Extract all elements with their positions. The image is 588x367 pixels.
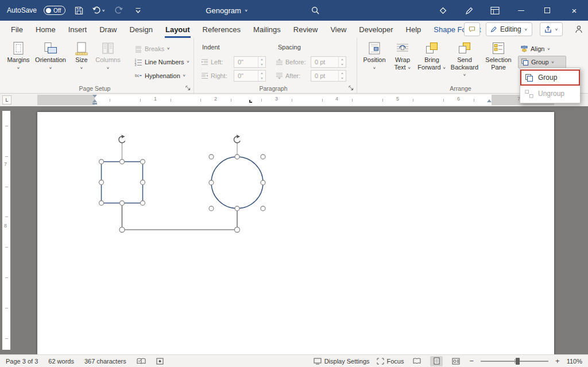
spacing-before-spinner[interactable]: ▲▼ (338, 57, 346, 67)
chevron-down-icon: ∨ (106, 65, 110, 71)
wrap-text-button[interactable]: Wrap Text ∨ (389, 40, 416, 72)
hyphenation-button[interactable]: bc Hyphenation ∨ (134, 69, 186, 82)
print-layout-button[interactable] (430, 356, 443, 366)
word-count[interactable]: 62 words (48, 358, 74, 365)
tab-view[interactable]: View (324, 21, 353, 38)
undo-icon[interactable]: ∨ (92, 3, 105, 18)
spacing-after-icon (276, 72, 283, 79)
web-layout-icon (452, 358, 460, 365)
vertical-ruler[interactable]: 7 8 (2, 111, 10, 350)
page-setup-dialog-launcher[interactable] (184, 84, 191, 91)
align-button[interactable]: Align ∨ (518, 43, 566, 55)
hanging-indent-marker[interactable] (92, 99, 97, 102)
indent-left-input[interactable]: 0" ▲▼ (234, 56, 266, 68)
paragraph-dialog-launcher[interactable] (347, 84, 354, 91)
align-icon (520, 45, 528, 53)
menu-item-group[interactable]: Group (520, 69, 580, 86)
spacing-after-spinner[interactable]: ▲▼ (338, 71, 346, 81)
web-layout-button[interactable] (450, 356, 462, 366)
document-page[interactable] (37, 112, 554, 354)
editing-mode-button[interactable]: Editing ∨ (486, 22, 532, 36)
tab-selector[interactable]: L (2, 95, 11, 105)
tab-help[interactable]: Help (400, 21, 428, 38)
document-area[interactable]: 7 8 (0, 106, 588, 354)
page-indicator[interactable]: Page 3 of 3 (6, 358, 38, 365)
size-button[interactable]: Size∨ (70, 40, 93, 72)
close-icon: × (572, 6, 577, 16)
tab-mailings[interactable]: Mailings (247, 21, 287, 38)
presence-icon[interactable] (574, 25, 583, 36)
focus-button[interactable]: Focus (377, 358, 404, 365)
zoom-level[interactable]: 110% (567, 358, 582, 365)
tab-draw[interactable]: Draw (93, 21, 123, 38)
spacing-after-input[interactable]: 0 pt ▲▼ (311, 70, 346, 82)
zoom-slider-thumb[interactable] (516, 358, 520, 365)
right-indent-marker[interactable] (487, 99, 492, 102)
horizontal-ruler[interactable]: L 1 2 3 4 5 6 7 (0, 94, 588, 106)
close-button[interactable]: × (560, 0, 588, 21)
comments-button[interactable] (464, 22, 480, 36)
spacing-before-input[interactable]: 0 pt ▲▼ (311, 56, 346, 68)
position-button[interactable]: Position∨ (361, 40, 388, 72)
autosave-state: Off (53, 7, 61, 14)
minimize-button[interactable] (508, 0, 534, 21)
hyphenation-icon: bc (134, 72, 142, 80)
read-mode-button[interactable] (411, 356, 423, 366)
share-button[interactable]: ∨ (540, 22, 563, 36)
diamond-icon[interactable] (436, 3, 449, 18)
chevron-down-icon: ∨ (80, 65, 83, 71)
chevron-down-icon: ∨ (183, 74, 186, 77)
orientation-button[interactable]: Orientation∨ (33, 40, 68, 72)
tab-layout[interactable]: Layout (159, 21, 196, 38)
maximize-button[interactable] (534, 0, 560, 21)
tab-review[interactable]: Review (287, 21, 324, 38)
indent-left-spinner[interactable]: ▲▼ (258, 57, 265, 67)
line-numbers-button[interactable]: 123 Line Numbers ∨ (134, 56, 189, 68)
document-title[interactable]: Genogram ∨ (189, 0, 264, 21)
columns-button: Columns∨ (94, 40, 122, 72)
pen-icon[interactable] (463, 3, 475, 18)
display-settings-button[interactable]: Display Settings (314, 358, 370, 365)
comment-icon (469, 25, 475, 33)
chevron-down-icon: ∨ (17, 65, 20, 71)
indent-right-input[interactable]: 0" ▲▼ (234, 70, 266, 82)
customize-quick-access-icon[interactable] (131, 3, 144, 18)
send-backward-button[interactable]: Send Backward ∨ (448, 40, 481, 79)
group-button[interactable]: Group ∨ (518, 56, 566, 68)
tab-stop-marker[interactable] (249, 100, 252, 103)
wrap-text-icon (395, 41, 410, 56)
macro-record-status[interactable] (156, 358, 164, 365)
group-label-paragraph: Paragraph (194, 85, 353, 92)
proofing-status[interactable] (137, 358, 146, 365)
ruler-number: 6 (457, 96, 460, 102)
left-indent-marker[interactable] (92, 103, 97, 105)
tab-home[interactable]: Home (29, 21, 62, 38)
tab-design[interactable]: Design (123, 21, 159, 38)
size-icon (74, 41, 89, 56)
zoom-slider[interactable] (481, 361, 548, 362)
search-icon[interactable] (309, 3, 322, 18)
margins-button[interactable]: Margins∨ (5, 40, 32, 72)
ribbon-display-options-icon[interactable] (489, 3, 501, 18)
bring-forward-button[interactable]: Bring Forward ∨ (417, 40, 447, 72)
tab-references[interactable]: References (196, 21, 247, 38)
selection-pane-button[interactable]: Selection Pane (482, 40, 514, 71)
zoom-out-button[interactable]: − (469, 358, 474, 364)
indent-right-spinner[interactable]: ▲▼ (258, 71, 265, 81)
autosave-toggle[interactable]: Off (44, 6, 65, 15)
zoom-in-button[interactable]: + (555, 358, 560, 364)
status-bar: Page 3 of 3 62 words 367 characters Disp… (0, 354, 588, 367)
save-icon[interactable] (72, 3, 85, 18)
first-line-indent-marker[interactable] (92, 95, 97, 98)
document-title-text: Genogram (206, 6, 241, 15)
margins-icon (11, 41, 26, 56)
tab-insert[interactable]: Insert (62, 21, 94, 38)
read-mode-icon (413, 358, 421, 364)
character-count[interactable]: 367 characters (84, 358, 126, 365)
ruler-number: 1 (154, 96, 157, 102)
tab-file[interactable]: File (5, 21, 29, 38)
focus-icon (377, 358, 384, 365)
menu-item-ungroup: Ungroup (520, 86, 580, 102)
svg-text:bc: bc (135, 74, 140, 78)
tab-developer[interactable]: Developer (353, 21, 399, 38)
